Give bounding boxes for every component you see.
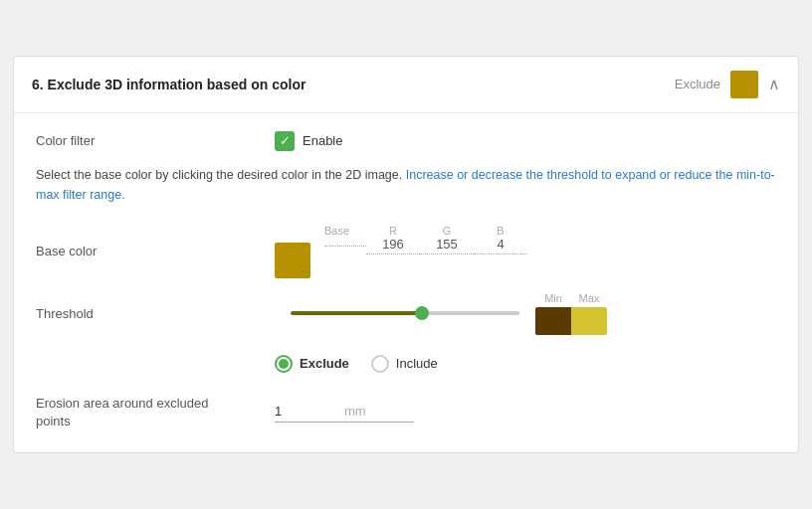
erosion-label: Erosion area around excludedpoints bbox=[36, 395, 275, 430]
base-col-label: Base bbox=[324, 225, 366, 237]
swatch-min bbox=[535, 307, 571, 335]
erosion-unit: mm bbox=[344, 404, 366, 419]
max-label: Max bbox=[571, 292, 607, 304]
b-col-label: B bbox=[474, 225, 527, 237]
threshold-slider-container bbox=[291, 303, 519, 323]
erosion-input[interactable] bbox=[275, 404, 334, 419]
exclude-radio-inner bbox=[279, 359, 289, 369]
base-color-swatch[interactable] bbox=[275, 243, 310, 278]
base-color-section: Base R G B 196 155 4 bbox=[275, 225, 527, 278]
card-title: 6. Exclude 3D information based on color bbox=[32, 77, 305, 92]
slider-track bbox=[291, 311, 519, 315]
include-radio-label: Include bbox=[396, 356, 438, 371]
b-value: 4 bbox=[474, 237, 527, 254]
base-color-label: Base color bbox=[36, 244, 275, 258]
min-max-swatches bbox=[535, 307, 607, 335]
threshold-slider[interactable] bbox=[291, 311, 519, 315]
include-radio-circle[interactable] bbox=[371, 355, 389, 373]
base-val bbox=[324, 244, 366, 247]
include-radio-option[interactable]: Include bbox=[371, 355, 438, 373]
header-color-swatch bbox=[730, 71, 758, 98]
main-card: 6. Exclude 3D information based on color… bbox=[13, 56, 799, 453]
threshold-label: Threshold bbox=[36, 306, 275, 321]
base-color-row: Base color Base R G B 196 155 4 bbox=[36, 225, 776, 278]
r-value: 196 bbox=[366, 237, 420, 254]
min-max-labels: Min Max bbox=[535, 292, 607, 304]
description-part1: Select the base color by clicking the de… bbox=[36, 168, 402, 182]
exclude-radio-label: Exclude bbox=[300, 356, 349, 371]
description-text: Select the base color by clicking the de… bbox=[36, 165, 776, 205]
color-filter-label: Color filter bbox=[36, 133, 275, 148]
color-filter-row: Color filter ✓ Enable bbox=[36, 131, 776, 151]
header-right: Exclude ∧ bbox=[675, 71, 780, 98]
threshold-row: Threshold Min Max bbox=[36, 292, 776, 335]
card-body: Color filter ✓ Enable Select the base co… bbox=[14, 113, 798, 452]
enable-checkbox-container: ✓ Enable bbox=[275, 131, 342, 151]
min-label: Min bbox=[535, 292, 571, 304]
enable-checkbox[interactable]: ✓ bbox=[275, 131, 295, 151]
rgb-values-row: 196 155 4 bbox=[324, 237, 527, 254]
card-header: 6. Exclude 3D information based on color… bbox=[14, 57, 798, 113]
exclude-radio-option[interactable]: Exclude bbox=[275, 355, 349, 373]
header-exclude-label: Exclude bbox=[675, 77, 720, 91]
erosion-row: Erosion area around excludedpoints mm bbox=[36, 395, 776, 430]
exclude-radio-circle[interactable] bbox=[275, 355, 293, 373]
erosion-input-container: mm bbox=[275, 404, 414, 423]
rgb-labels-row: Base R G B bbox=[324, 225, 527, 237]
enable-label: Enable bbox=[303, 133, 342, 148]
collapse-chevron-icon[interactable]: ∧ bbox=[768, 75, 780, 93]
r-col-label: R bbox=[366, 225, 420, 237]
swatch-max bbox=[571, 307, 607, 335]
rgb-inputs: Base R G B 196 155 4 bbox=[324, 225, 527, 254]
min-max-container: Min Max bbox=[535, 292, 607, 335]
filter-mode-row: Exclude Include bbox=[275, 355, 776, 373]
g-col-label: G bbox=[420, 225, 474, 237]
g-value: 155 bbox=[420, 237, 474, 254]
